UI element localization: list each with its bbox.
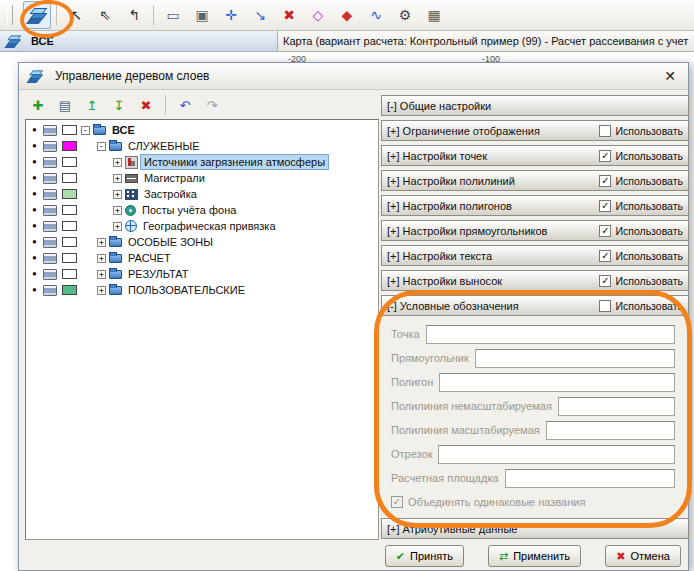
select-segment-icon[interactable]: ↰ bbox=[120, 1, 148, 29]
printer-icon[interactable] bbox=[43, 189, 57, 200]
expand-toggle-icon[interactable]: + bbox=[97, 254, 106, 263]
delete-layer-icon[interactable]: ✖ bbox=[134, 93, 158, 117]
visibility-eye-icon[interactable]: ● bbox=[29, 238, 40, 246]
layer-color-swatch[interactable] bbox=[62, 205, 77, 215]
layer-label[interactable]: ПОЛЬЗОВАТЕЛЬСКИЕ bbox=[125, 283, 248, 297]
layer-manager-icon[interactable] bbox=[23, 1, 51, 29]
printer-icon[interactable] bbox=[43, 141, 57, 152]
expand-toggle-icon[interactable]: + bbox=[113, 222, 122, 231]
dialog-titlebar[interactable]: Управление деревом слоев ✕ bbox=[19, 63, 688, 90]
tree-row[interactable]: ●+Посты учёта фона bbox=[26, 202, 378, 218]
accept-button[interactable]: ✔Принять bbox=[385, 545, 464, 567]
settings-gear-icon[interactable]: ⚙ bbox=[391, 1, 419, 29]
layer-label[interactable]: ОСОБЫЕ ЗОНЫ bbox=[125, 235, 216, 249]
merge-names-checkbox[interactable]: ✓ bbox=[391, 496, 403, 508]
use-checkbox[interactable] bbox=[599, 125, 611, 137]
layer-color-swatch[interactable] bbox=[62, 189, 77, 199]
layer-label[interactable]: РАСЧЕТ bbox=[125, 251, 174, 265]
visibility-eye-icon[interactable]: ● bbox=[29, 158, 40, 166]
settings-section-header[interactable]: [+] Настройки прямоугольников✓Использова… bbox=[381, 220, 689, 241]
undo-icon[interactable]: ↶ bbox=[173, 93, 197, 117]
settings-section-header[interactable]: [+] Ограничение отображенияИспользовать bbox=[381, 120, 689, 141]
cancel-button[interactable]: ✖Отмена bbox=[605, 545, 681, 567]
printer-icon[interactable] bbox=[43, 285, 57, 296]
layer-color-swatch[interactable] bbox=[62, 157, 77, 167]
legend-field-input[interactable] bbox=[475, 349, 675, 368]
layer-color-swatch[interactable] bbox=[62, 125, 77, 135]
add-layer-icon[interactable]: ✚ bbox=[26, 93, 50, 117]
printer-icon[interactable] bbox=[43, 221, 57, 232]
settings-section-header[interactable]: [+] Атрибутивные данные bbox=[381, 518, 689, 539]
tree-row[interactable]: ●+Застройка bbox=[26, 186, 378, 202]
printer-icon[interactable] bbox=[43, 173, 57, 184]
settings-section-header[interactable]: [+] Настройки полигонов✓Использовать bbox=[381, 195, 689, 216]
layer-color-swatch[interactable] bbox=[62, 221, 77, 231]
visibility-eye-icon[interactable]: ● bbox=[29, 286, 40, 294]
layer-label[interactable]: Застройка bbox=[141, 187, 200, 201]
paste-object-icon[interactable]: ▣ bbox=[188, 1, 216, 29]
use-checkbox[interactable]: ✓ bbox=[599, 175, 611, 187]
layer-color-swatch[interactable] bbox=[62, 285, 77, 295]
expand-toggle-icon[interactable]: - bbox=[97, 142, 106, 151]
expand-toggle-icon[interactable]: + bbox=[113, 158, 122, 167]
spline-tool-icon[interactable]: ∿ bbox=[362, 1, 390, 29]
visibility-eye-icon[interactable]: ● bbox=[29, 222, 40, 230]
select-node-icon[interactable]: ⇖ bbox=[91, 1, 119, 29]
printer-icon[interactable] bbox=[43, 269, 57, 280]
visibility-eye-icon[interactable]: ● bbox=[29, 174, 40, 182]
tree-row[interactable]: ●+Магистрали bbox=[26, 170, 378, 186]
layer-label[interactable]: ВСЕ bbox=[109, 123, 138, 137]
layer-color-swatch[interactable] bbox=[62, 141, 77, 151]
layer-label[interactable]: РЕЗУЛЬТАТ bbox=[125, 267, 191, 281]
move-object-icon[interactable]: ✛ bbox=[217, 1, 245, 29]
visibility-eye-icon[interactable]: ● bbox=[29, 126, 40, 134]
legend-field-input[interactable] bbox=[439, 373, 675, 392]
grid-tool-icon[interactable]: ▦ bbox=[420, 1, 448, 29]
tree-row[interactable]: ●-ВСЕ bbox=[26, 122, 378, 138]
layer-structure-icon[interactable]: ▤ bbox=[53, 93, 77, 117]
tree-row[interactable]: ●+ПОЛЬЗОВАТЕЛЬСКИЕ bbox=[26, 282, 378, 298]
expand-toggle-icon[interactable]: + bbox=[97, 286, 106, 295]
layer-color-swatch[interactable] bbox=[62, 269, 77, 279]
use-checkbox[interactable]: ✓ bbox=[599, 250, 611, 262]
copy-object-icon[interactable]: ▭ bbox=[159, 1, 187, 29]
expand-toggle-icon[interactable]: + bbox=[113, 190, 122, 199]
printer-icon[interactable] bbox=[43, 237, 57, 248]
settings-section-header[interactable]: [+] Настройки точек✓Использовать bbox=[381, 145, 689, 166]
expand-toggle-icon[interactable]: - bbox=[81, 126, 90, 135]
active-layer-selector[interactable]: ВСЕ bbox=[0, 31, 278, 52]
use-checkbox[interactable]: ✓ bbox=[599, 225, 611, 237]
visibility-eye-icon[interactable]: ● bbox=[29, 206, 40, 214]
use-checkbox[interactable] bbox=[599, 300, 611, 312]
visibility-eye-icon[interactable]: ● bbox=[29, 142, 40, 150]
printer-icon[interactable] bbox=[43, 125, 57, 136]
settings-section-header[interactable]: [+] Настройки полилиний✓Использовать bbox=[381, 170, 689, 191]
scale-object-icon[interactable]: ↘ bbox=[246, 1, 274, 29]
printer-icon[interactable] bbox=[43, 157, 57, 168]
layer-color-swatch[interactable] bbox=[62, 237, 77, 247]
expand-toggle-icon[interactable]: + bbox=[97, 238, 106, 247]
layer-color-swatch[interactable] bbox=[62, 253, 77, 263]
visibility-eye-icon[interactable]: ● bbox=[29, 190, 40, 198]
legend-field-input[interactable] bbox=[438, 445, 675, 464]
tree-row[interactable]: ●+ОСОБЫЕ ЗОНЫ bbox=[26, 234, 378, 250]
layer-color-swatch[interactable] bbox=[62, 173, 77, 183]
layer-label[interactable]: СЛУЖЕБНЫЕ bbox=[125, 139, 203, 153]
visibility-eye-icon[interactable]: ● bbox=[29, 254, 40, 262]
use-checkbox[interactable]: ✓ bbox=[599, 275, 611, 287]
region-tool-icon[interactable]: ◆ bbox=[333, 1, 361, 29]
use-checkbox[interactable]: ✓ bbox=[599, 200, 611, 212]
settings-section-header[interactable]: [+] Настройки выносок✓Использовать bbox=[381, 270, 689, 291]
toolbar-grip[interactable] bbox=[7, 5, 13, 25]
tree-row[interactable]: ●+Источники загрязнения атмосферы bbox=[26, 154, 378, 170]
tree-row[interactable]: ●-СЛУЖЕБНЫЕ bbox=[26, 138, 378, 154]
legend-field-input[interactable] bbox=[505, 469, 675, 488]
expand-toggle-icon[interactable]: + bbox=[97, 270, 106, 279]
legend-field-input[interactable] bbox=[546, 421, 675, 440]
settings-section-header[interactable]: [+] Настройки текста✓Использовать bbox=[381, 245, 689, 266]
tree-row[interactable]: ●+РЕЗУЛЬТАТ bbox=[26, 266, 378, 282]
printer-icon[interactable] bbox=[43, 253, 57, 264]
redo-icon[interactable]: ↷ bbox=[200, 93, 224, 117]
layer-label[interactable]: Посты учёта фона bbox=[139, 203, 239, 217]
close-icon[interactable]: ✕ bbox=[661, 68, 679, 84]
